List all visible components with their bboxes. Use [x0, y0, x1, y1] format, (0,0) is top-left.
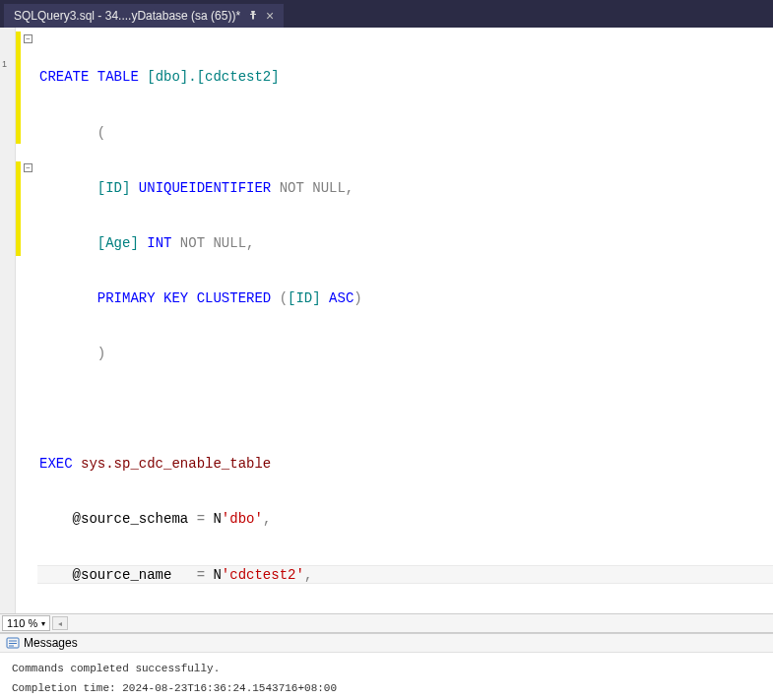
- code-line: PRIMARY KEY CLUSTERED ([ID] ASC): [37, 289, 773, 308]
- pin-icon[interactable]: [248, 10, 258, 22]
- code-line: [ID] UNIQUEIDENTIFIER NOT NULL,: [37, 179, 773, 198]
- chevron-down-icon: ▾: [41, 619, 45, 628]
- line-gutter: 1: [0, 28, 16, 621]
- zoom-selector[interactable]: 110 % ▾: [2, 615, 50, 631]
- change-marker: [16, 161, 21, 256]
- scroll-left-icon[interactable]: ◂: [52, 616, 68, 630]
- code-line: [Age] INT NOT NULL,: [37, 234, 773, 253]
- messages-tab-label: Messages: [24, 636, 78, 650]
- close-icon[interactable]: ×: [266, 9, 274, 23]
- messages-tab[interactable]: Messages: [0, 634, 773, 653]
- messages-icon: [6, 636, 20, 650]
- line-number: 1: [2, 59, 7, 69]
- fold-icon[interactable]: −: [24, 163, 32, 172]
- messages-body: Commands completed successfully. Complet…: [0, 653, 773, 700]
- tab-title: SQLQuery3.sql - 34....yDatabase (sa (65)…: [14, 9, 240, 23]
- tab-bar: SQLQuery3.sql - 34....yDatabase (sa (65)…: [0, 0, 773, 28]
- code-line: CREATE TABLE [dbo].[cdctest2]: [37, 68, 773, 87]
- active-tab[interactable]: SQLQuery3.sql - 34....yDatabase (sa (65)…: [4, 4, 284, 28]
- messages-panel: Messages Commands completed successfully…: [0, 633, 773, 700]
- code-line-current: @source_name = N'cdctest2',: [37, 565, 773, 584]
- code-line: ): [37, 345, 773, 363]
- outline-gutter: − −: [16, 28, 37, 621]
- code-line: EXEC sys.sp_cdc_enable_table: [37, 455, 773, 474]
- editor-footer-bar: 110 % ▾ ◂: [0, 613, 773, 633]
- zoom-value: 110 %: [7, 617, 37, 629]
- code-editor[interactable]: 1 − − CREATE TABLE [dbo].[cdctest2] ( [I…: [0, 28, 773, 621]
- code-line: @source_schema = N'dbo',: [37, 510, 773, 529]
- change-marker: [16, 32, 21, 144]
- message-line: Completion time: 2024-08-23T16:36:24.154…: [12, 678, 761, 698]
- code-line: [37, 400, 773, 418]
- code-pane[interactable]: CREATE TABLE [dbo].[cdctest2] ( [ID] UNI…: [37, 28, 773, 621]
- code-line: (: [37, 124, 773, 143]
- fold-icon[interactable]: −: [24, 34, 32, 43]
- message-line: Commands completed successfully.: [12, 659, 761, 678]
